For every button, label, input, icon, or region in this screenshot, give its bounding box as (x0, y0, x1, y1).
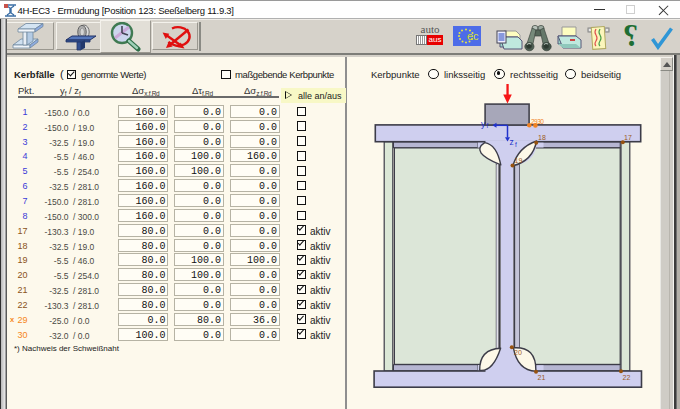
svg-text:19: 19 (515, 157, 523, 164)
svg-text:17: 17 (624, 134, 632, 141)
svg-text:2930: 2930 (531, 118, 544, 125)
svg-text:20: 20 (514, 349, 522, 356)
svg-text:18: 18 (538, 134, 546, 141)
svg-text:21: 21 (538, 374, 546, 381)
svg-text:ec: ec (467, 30, 479, 42)
svg-text:f: f (515, 141, 517, 148)
svg-text:22: 22 (623, 374, 631, 381)
svg-text:f: f (487, 122, 489, 129)
svg-text:z: z (510, 137, 514, 147)
